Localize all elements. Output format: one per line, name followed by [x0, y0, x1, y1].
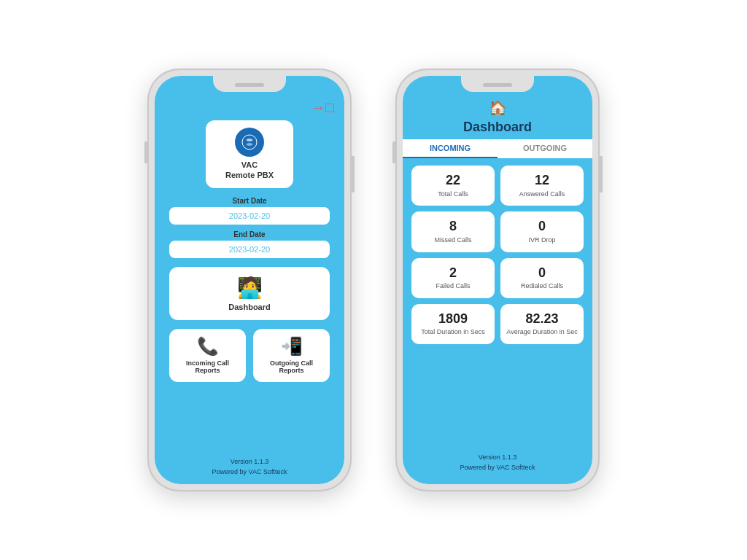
stat-label-0: Total Calls [417, 190, 489, 199]
logo-text: VAC Remote PBX [225, 160, 274, 181]
tabs-bar: INCOMING OUTGOING [403, 139, 592, 158]
logo-icon [235, 128, 264, 157]
stat-value-4: 2 [417, 265, 489, 281]
phone-2: 🏠 Dashboard INCOMING OUTGOING 22 Total C… [395, 69, 600, 491]
stat-label-7: Average Duration in Sec [506, 328, 578, 337]
incoming-call-icon: 📞 [197, 336, 219, 357]
phone1-version: Version 1.1.3 Powered by VAC Softteck [212, 457, 287, 477]
stat-value-6: 1809 [417, 311, 489, 327]
start-date-input[interactable]: 2023-02-20 [169, 207, 330, 225]
stat-value-7: 82.23 [506, 311, 578, 327]
notch-1 [213, 76, 286, 92]
stat-value-1: 12 [506, 173, 578, 189]
stat-card-1[interactable]: 12 Answered Calls [500, 166, 584, 206]
stat-card-4[interactable]: 2 Failed Calls [411, 258, 495, 298]
home-icon[interactable]: 🏠 [489, 99, 507, 117]
start-date-section: Start Date 2023-02-20 End Date 2023-02-2… [169, 197, 330, 264]
outgoing-call-icon: 📲 [281, 336, 303, 357]
speaker-2 [483, 83, 512, 87]
notch-2 [461, 76, 534, 92]
speaker-1 [235, 83, 264, 87]
dashboard-button[interactable]: 🧑‍💻 Dashboard [169, 267, 330, 320]
start-date-label: Start Date [169, 197, 330, 205]
phone2-version: Version 1.1.3 Powered by VAC Softteck [460, 453, 535, 477]
incoming-report-button[interactable]: 📞 Incoming Call Reports [169, 329, 246, 383]
phone-1: →□ VAC Remote PBX Start Date [147, 69, 352, 491]
stat-card-0[interactable]: 22 Total Calls [411, 166, 495, 206]
stat-label-6: Total Duration in Secs [417, 328, 489, 337]
stat-label-5: Redialed Calls [506, 282, 578, 291]
logout-icon[interactable]: →□ [311, 99, 334, 116]
stat-card-6[interactable]: 1809 Total Duration in Secs [411, 304, 495, 344]
stat-card-2[interactable]: 8 Missed Calls [411, 211, 495, 252]
end-date-input[interactable]: 2023-02-20 [169, 241, 330, 258]
logo-container: VAC Remote PBX [206, 120, 293, 188]
stat-value-5: 0 [506, 265, 578, 281]
outgoing-report-button[interactable]: 📲 Outgoing Call Reports [253, 329, 330, 383]
outgoing-report-label: Outgoing Call Reports [258, 359, 325, 376]
phone1-header: →□ [155, 96, 344, 116]
stat-value-3: 0 [506, 219, 578, 235]
tab-incoming[interactable]: INCOMING [403, 139, 498, 158]
incoming-report-label: Incoming Call Reports [174, 359, 241, 376]
phone2-topbar: 🏠 [403, 96, 592, 117]
stat-value-0: 22 [417, 173, 489, 189]
end-date-label: End Date [169, 230, 330, 238]
stat-card-7[interactable]: 82.23 Average Duration in Sec [500, 304, 584, 344]
stat-value-2: 8 [417, 219, 489, 235]
stat-label-1: Answered Calls [506, 190, 578, 199]
stat-label-4: Failed Calls [417, 282, 489, 291]
svg-point-0 [242, 135, 257, 149]
reports-row: 📞 Incoming Call Reports 📲 Outgoing Call … [169, 329, 330, 383]
stats-grid: 22 Total Calls 12 Answered Calls 8 Misse… [403, 158, 592, 351]
tab-outgoing[interactable]: OUTGOING [498, 139, 592, 158]
dashboard-icon: 🧑‍💻 [237, 276, 263, 300]
stat-label-2: Missed Calls [417, 236, 489, 245]
stat-label-3: IVR Drop [506, 236, 578, 245]
stat-card-5[interactable]: 0 Redialed Calls [500, 258, 584, 298]
dashboard-title: Dashboard [463, 120, 532, 135]
dashboard-label: Dashboard [228, 303, 270, 311]
stat-card-3[interactable]: 0 IVR Drop [500, 211, 584, 252]
